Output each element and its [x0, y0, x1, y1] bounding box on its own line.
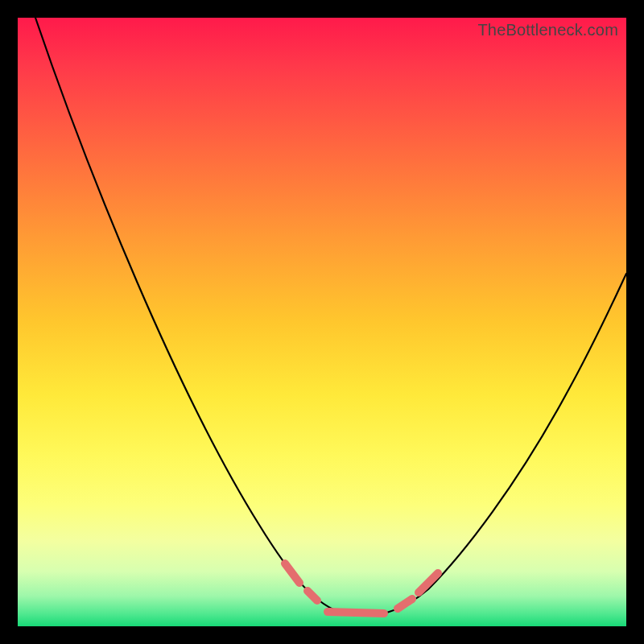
curve-path	[35, 18, 626, 616]
left-marker-2	[308, 591, 317, 601]
right-marker-1	[398, 599, 412, 609]
chart-frame: TheBottleneck.com	[0, 0, 644, 644]
bottleneck-curve	[18, 18, 626, 626]
plot-area: TheBottleneck.com	[18, 18, 626, 626]
bottom-marker	[328, 612, 384, 613]
left-marker-1	[285, 564, 299, 583]
